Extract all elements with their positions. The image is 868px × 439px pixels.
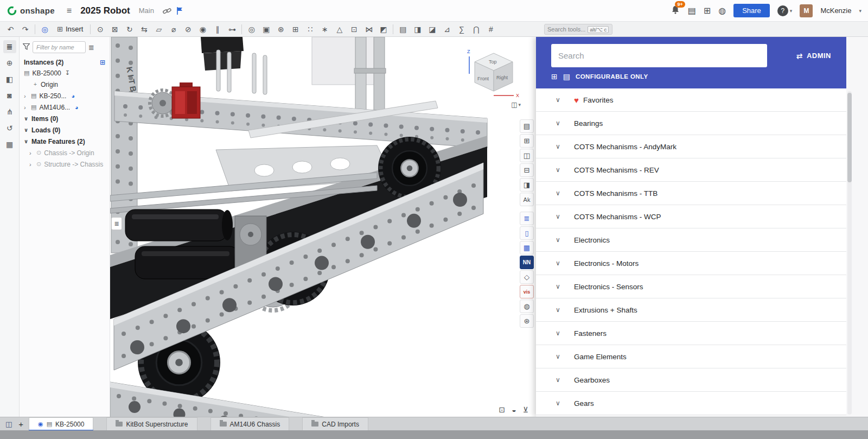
tab-manager-icon[interactable]: ◫ xyxy=(5,420,12,428)
redo-button[interactable]: ↷ xyxy=(18,23,33,36)
ball-mate-icon[interactable]: ◉ xyxy=(195,23,210,36)
scrollbar-thumb[interactable] xyxy=(847,93,852,182)
update-available-icon[interactable]: ◕ xyxy=(71,93,75,99)
connections-icon[interactable]: ⋔ xyxy=(3,105,16,118)
category-row-bearings[interactable]: ∨ Bearings xyxy=(536,112,846,135)
category-row-electronics-motors[interactable]: ∨ Electronics - Motors xyxy=(536,252,846,275)
parts-filter-icon[interactable]: ⊞ xyxy=(551,72,558,81)
share-button[interactable]: Share xyxy=(733,4,770,17)
fastened-mate-icon[interactable]: ⊠ xyxy=(107,23,122,36)
cylindrical-mate-icon[interactable]: ⌀ xyxy=(166,23,181,36)
mate-feature-row[interactable]: › ⊙ Structure -> Chassis xyxy=(23,158,106,170)
category-row-favorites[interactable]: ∨ ♥ Favorites xyxy=(536,88,846,112)
learning-center-icon[interactable]: ◍ xyxy=(718,7,726,15)
pin-slot-mate-icon[interactable]: ⊘ xyxy=(181,23,195,36)
render-mode-icon[interactable]: ◍ xyxy=(520,300,534,313)
explode-icon[interactable]: △ xyxy=(332,23,347,36)
revolute-mate-icon[interactable]: ↻ xyxy=(122,23,137,36)
calendar-view-icon[interactable]: ▦ xyxy=(520,241,534,255)
category-row-cots-wcp[interactable]: ∨ COTS Mechanisms - WCP xyxy=(536,205,846,228)
category-row-cots-rev[interactable]: ∨ COTS Mechanisms - REV xyxy=(536,158,846,182)
instances-header[interactable]: Instances (2) ⊞ xyxy=(24,59,105,66)
display-states-icon[interactable]: ◩ xyxy=(376,23,391,36)
window-zoom-icon[interactable]: ◫ xyxy=(520,149,534,162)
link-icon[interactable] xyxy=(163,7,171,15)
category-row-extrusions-shafts[interactable]: ∨ Extrusions + Shafts xyxy=(536,298,846,322)
tree-node-kb250[interactable]: › ▤ KB-250... ◕ xyxy=(23,90,106,101)
sheet-view-icon[interactable]: ▯ xyxy=(520,226,534,240)
configurable-only-toggle[interactable]: CONFIGURABLE ONLY xyxy=(576,73,648,80)
chevron-right-icon[interactable]: › xyxy=(29,150,34,156)
slider-mate-icon[interactable]: ⇆ xyxy=(137,23,151,36)
comments-icon[interactable]: ◙ xyxy=(3,89,16,102)
category-row-electronics-sensors[interactable]: ∨ Electronics - Sensors xyxy=(536,275,846,298)
mate-features-section-header[interactable]: ∨ Mate Features (2) xyxy=(23,136,106,147)
mate-icon[interactable]: ⊙ xyxy=(93,23,107,36)
help-menu[interactable]: ? ▾ xyxy=(777,5,793,16)
tree-panel-toggle[interactable]: ≣ xyxy=(111,217,122,230)
view-settings-icon[interactable]: ⊛ xyxy=(520,314,534,328)
linear-pattern-icon[interactable]: ∷ xyxy=(303,23,317,36)
category-row-fasteners[interactable]: ∨ Fasteners xyxy=(536,322,846,345)
notifications-bell-icon[interactable]: 9+ xyxy=(671,5,680,17)
category-row-gearboxes[interactable]: ∨ Gearboxes xyxy=(536,368,846,392)
view-cube[interactable]: Top Front Right Z X xyxy=(464,41,524,103)
filter-input[interactable] xyxy=(33,41,86,53)
loads-section-header[interactable]: ∨ Loads (0) xyxy=(23,124,106,136)
mate-relation-icon[interactable]: ⊛ xyxy=(273,23,288,36)
structure-panel-icon[interactable]: ≣ xyxy=(3,40,16,53)
category-row-electronics[interactable]: ∨ Electronics xyxy=(536,228,846,252)
category-row-cots-andymark[interactable]: ∨ COTS Mechanisms - AndyMark xyxy=(536,135,846,158)
tab-kb25000[interactable]: ◉ ▤ KB-25000 xyxy=(29,417,93,430)
update-available-icon[interactable]: ◕ xyxy=(75,104,79,111)
duplicate-view-icon[interactable]: ⊞ xyxy=(520,134,534,148)
measure-icon[interactable]: ⊿ xyxy=(439,23,454,36)
tree-node-origin[interactable]: + Origin xyxy=(23,79,106,90)
group-icon[interactable]: ▣ xyxy=(259,23,273,36)
part-search-input[interactable] xyxy=(551,44,767,67)
turntable-icon[interactable]: ◒ xyxy=(512,405,516,414)
insert-rail-icon[interactable]: ⊕ xyxy=(3,56,16,69)
filter-icon[interactable] xyxy=(23,43,30,52)
mate-feature-row[interactable]: › ⊙ Chassis -> Origin xyxy=(23,147,106,158)
section-view-icon[interactable]: ◪ xyxy=(425,23,439,36)
parallel-mate-icon[interactable]: ∥ xyxy=(210,23,225,36)
search-tools-box[interactable]: Search tools... alt/⌥ c xyxy=(544,24,612,35)
new-tab-button[interactable]: + xyxy=(18,419,23,429)
planar-mate-icon[interactable]: ▱ xyxy=(151,23,166,36)
scrollbar[interactable] xyxy=(847,91,852,415)
circular-pattern-icon[interactable]: ∗ xyxy=(317,23,332,36)
release-notes-icon[interactable]: ▤ xyxy=(688,7,696,15)
app-store-icon[interactable]: ⊞ xyxy=(704,7,711,15)
replicate-icon[interactable]: ⊞ xyxy=(288,23,303,36)
view-list-icon[interactable]: ≣ xyxy=(520,212,534,225)
mass-properties-icon[interactable]: ∑ xyxy=(454,23,469,36)
view-cube-menu[interactable]: ◫ ▾ xyxy=(511,101,521,109)
appearance-strip-icon[interactable]: ◨ xyxy=(520,178,534,192)
bom-icon[interactable]: ▤ xyxy=(395,23,410,36)
tab-kitbot-superstructure[interactable]: KitBot Superstructure xyxy=(106,417,197,430)
capture-icon[interactable]: ⊻ xyxy=(523,405,528,414)
section-strip-icon[interactable]: ⊟ xyxy=(520,163,534,177)
tables-icon[interactable]: ▦ xyxy=(3,138,16,151)
publication-flag-icon[interactable] xyxy=(176,7,183,15)
category-row-gears[interactable]: ∨ Gears xyxy=(536,392,846,415)
chevron-right-icon[interactable]: › xyxy=(24,93,28,99)
text-style-icon[interactable]: Ak xyxy=(520,193,534,206)
category-row-game-elements[interactable]: ∨ Game Elements xyxy=(536,345,846,368)
graphics-viewport[interactable]: KITBO xyxy=(110,37,536,417)
hamburger-menu-icon[interactable]: ≡ xyxy=(67,6,72,16)
vis-mode-icon[interactable]: vis xyxy=(520,285,534,298)
frame-icon[interactable]: # xyxy=(483,23,498,36)
insert-instance-icon[interactable]: ⊞ xyxy=(100,59,105,66)
history-icon[interactable]: ↺ xyxy=(3,122,16,135)
chevron-right-icon[interactable]: › xyxy=(29,161,34,168)
avatar[interactable]: M xyxy=(800,4,813,17)
tangent-mate-icon[interactable]: ⊶ xyxy=(225,23,239,36)
insert-button[interactable]: ⊞ Insert xyxy=(52,23,88,35)
branch-name[interactable]: Main xyxy=(139,7,154,15)
chevron-right-icon[interactable]: › xyxy=(24,104,28,111)
interference-icon[interactable]: ⋂ xyxy=(469,23,483,36)
tab-am14u6-chassis[interactable]: AM14U6 Chassis xyxy=(210,417,290,430)
library-filter-icon[interactable]: ▤ xyxy=(563,72,570,81)
